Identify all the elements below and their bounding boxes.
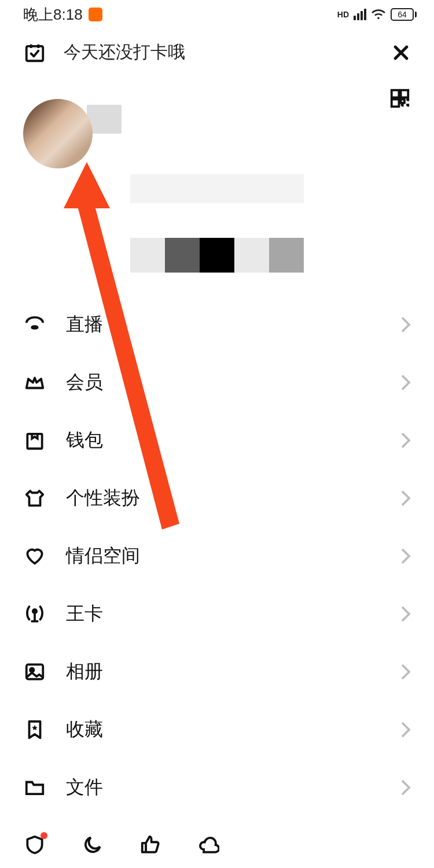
profile-section	[0, 76, 434, 174]
status-bar: 晚上8:18 HD 64	[0, 0, 434, 29]
svg-rect-3	[392, 100, 399, 107]
menu-item-couple[interactable]: 情侣空间	[23, 527, 411, 585]
folder-icon	[23, 776, 46, 799]
heart-icon	[23, 545, 46, 568]
status-time: 晚上8:18	[23, 5, 83, 25]
svg-point-8	[30, 668, 34, 672]
hd-label: HD	[337, 10, 349, 19]
menu-label: 收藏	[66, 717, 381, 742]
svg-point-4	[32, 326, 38, 329]
wallet-icon	[23, 429, 46, 452]
menu-label: 文件	[66, 775, 381, 800]
weather-icon[interactable]	[197, 833, 220, 856]
menu-label: 钱包	[66, 428, 381, 453]
chevron-right-icon	[400, 547, 411, 565]
menu-label: 直播	[66, 312, 381, 337]
chevron-right-icon	[400, 490, 411, 507]
chevron-right-icon	[400, 432, 411, 449]
close-icon[interactable]	[391, 43, 411, 62]
svg-rect-7	[27, 664, 43, 679]
antenna-icon	[23, 602, 46, 626]
chevron-right-icon	[400, 374, 411, 391]
menu-label: 王卡	[66, 601, 381, 627]
menu-item-album[interactable]: 相册	[23, 643, 411, 701]
menu-label: 相册	[66, 659, 381, 685]
menu-item-fav[interactable]: 收藏	[23, 701, 411, 759]
chevron-right-icon	[400, 721, 411, 738]
menu-item-wangka[interactable]: 王卡	[23, 585, 411, 643]
menu-item-decor[interactable]: 个性装扮	[23, 469, 411, 527]
chevron-right-icon	[400, 605, 411, 623]
signal-icon	[354, 9, 366, 20]
svg-point-6	[33, 609, 36, 613]
checkin-bar[interactable]: 今天还没打卡哦	[0, 29, 434, 76]
svg-rect-1	[392, 90, 399, 98]
chevron-right-icon	[400, 316, 411, 333]
checkin-calendar-icon	[23, 41, 46, 64]
menu-label: 会员	[66, 370, 381, 395]
menu-item-vip[interactable]: 会员	[23, 354, 411, 411]
bookmark-star-icon	[23, 718, 46, 741]
chevron-right-icon	[400, 663, 411, 681]
live-icon	[23, 313, 46, 336]
menu-item-live[interactable]: 直播	[23, 296, 411, 354]
redacted-block	[0, 174, 434, 273]
avatar[interactable]	[23, 99, 93, 168]
menu-label: 情侣空间	[66, 543, 381, 569]
tshirt-icon	[23, 487, 46, 510]
battery-level: 64	[398, 10, 407, 19]
qr-code-button[interactable]	[389, 87, 411, 109]
bottom-toolbar	[0, 822, 434, 868]
notification-dot	[41, 832, 47, 839]
settings-shield-icon[interactable]	[23, 833, 46, 856]
menu-item-wallet[interactable]: 钱包	[23, 411, 411, 469]
night-mode-icon[interactable]	[81, 833, 104, 856]
checkin-label: 今天还没打卡哦	[64, 41, 374, 64]
menu-item-file[interactable]: 文件	[23, 759, 411, 816]
image-icon	[23, 660, 46, 683]
thumbs-icon[interactable]	[139, 833, 162, 856]
menu-label: 个性装扮	[66, 486, 381, 511]
menu-list: 直播 会员 钱包 个性装扮 情侣空间 王卡	[0, 290, 434, 822]
app-notification-icon	[89, 8, 102, 21]
battery-icon: 64	[391, 8, 417, 21]
wifi-icon	[371, 9, 386, 20]
crown-icon	[23, 371, 46, 394]
chevron-right-icon	[400, 779, 411, 796]
svg-rect-2	[401, 90, 409, 98]
